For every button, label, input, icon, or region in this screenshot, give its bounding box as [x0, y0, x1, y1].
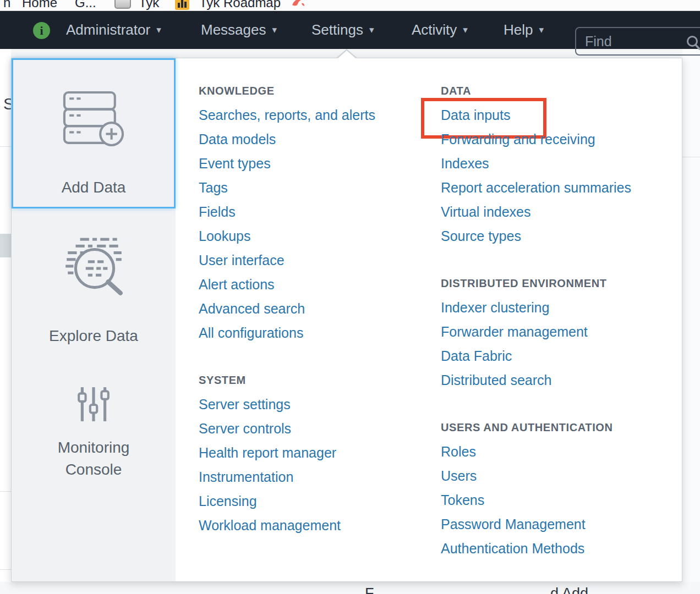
find-input[interactable]: [576, 28, 700, 54]
menu-link-data-inputs[interactable]: Data inputs: [441, 103, 510, 127]
bookmark-item-tyk[interactable]: Tyk: [139, 0, 159, 10]
occluded-page-right: [682, 11, 700, 594]
menu-link-tags[interactable]: Tags: [199, 175, 228, 200]
menu-section-system: SYSTEMServer settingsServer controlsHeal…: [199, 372, 435, 537]
bookmark-item[interactable]: G...: [75, 0, 96, 10]
nav-menu-settings[interactable]: Settings ▾: [311, 11, 374, 49]
bookmark-item-tyk-roadmap[interactable]: Tyk Roadmap: [199, 0, 281, 10]
menu-link-password-management[interactable]: Password Management: [441, 512, 586, 536]
occluded-page-left: S: [0, 11, 11, 594]
dropdown-notch: [338, 51, 356, 58]
menu-section-distributed-environment: DISTRIBUTED ENVIRONMENTIndexer clusterin…: [441, 276, 677, 392]
tile-label: Add Data: [62, 177, 126, 199]
menu-link-instrumentation[interactable]: Instrumentation: [199, 465, 293, 489]
menu-link-data-fabric[interactable]: Data Fabric: [441, 344, 512, 368]
section-title-distributed-environment: DISTRIBUTED ENVIRONMENT: [441, 276, 677, 291]
occluded-list-row: [0, 234, 11, 257]
nav-label: Settings: [311, 21, 363, 38]
menu-link-report-acceleration-summaries[interactable]: Report acceleration summaries: [441, 175, 631, 200]
menu-link-event-types[interactable]: Event types: [199, 151, 271, 175]
explore-data-icon: [60, 234, 127, 303]
menu-tiles-column: Add Data: [12, 58, 176, 581]
menu-link-users[interactable]: Users: [441, 464, 477, 488]
menu-link-roles[interactable]: Roles: [441, 439, 476, 464]
bookmark-item[interactable]: n: [3, 0, 10, 10]
tyk-favicon-icon: [114, 0, 131, 9]
section-title-system: SYSTEM: [199, 372, 435, 388]
divider: [0, 491, 11, 492]
menu-section-knowledge: KNOWLEDGESearches, reports, and alertsDa…: [199, 83, 435, 345]
tile-label: Monitoring Console: [47, 437, 140, 481]
section-title-data: DATA: [441, 83, 677, 98]
reports-dashboard-favicon-icon: [291, 0, 306, 10]
chevron-down-icon: ▾: [539, 24, 544, 36]
section-title-users-and-authentication: USERS AND AUTHENTICATION: [441, 420, 677, 435]
nav-label: Activity: [412, 21, 457, 38]
menu-link-tokens[interactable]: Tokens: [441, 488, 484, 512]
chevron-down-icon: ▾: [156, 24, 161, 36]
menu-link-virtual-indexes[interactable]: Virtual indexes: [441, 200, 531, 224]
info-icon[interactable]: i: [33, 22, 50, 39]
settings-dropdown-panel: Add Data: [11, 58, 682, 582]
tyk-roadmap-favicon-icon: [175, 0, 189, 10]
menu-link-workload-management[interactable]: Workload management: [199, 513, 341, 537]
menu-link-forwarder-management[interactable]: Forwarder management: [441, 320, 588, 344]
screen: { "bookmarks_bar": { "items": [ { "label…: [0, 0, 700, 594]
menu-link-source-types[interactable]: Source types: [441, 224, 521, 248]
menu-link-advanced-search[interactable]: Advanced search: [199, 296, 305, 321]
nav-menu-activity[interactable]: Activity ▾: [412, 11, 468, 49]
info-glyph: i: [40, 24, 43, 38]
nav-menu-messages[interactable]: Messages ▾: [201, 11, 277, 49]
menu-link-all-configurations[interactable]: All configurations: [199, 321, 303, 345]
occluded-text: F: [365, 585, 374, 594]
menu-column-2: DATAData inputsForwarding and receivingI…: [441, 83, 677, 560]
occluded-text: d Add: [550, 585, 588, 594]
section-title-knowledge: KNOWLEDGE: [199, 83, 435, 98]
menu-link-licensing[interactable]: Licensing: [199, 489, 257, 513]
app-top-navbar: i Administrator ▾ Messages ▾ Settings ▾ …: [0, 11, 700, 49]
tile-add-data[interactable]: Add Data: [12, 58, 176, 208]
tile-label: Explore Data: [49, 325, 138, 347]
menu-link-authentication-methods[interactable]: Authentication Methods: [441, 536, 584, 560]
nav-label: Administrator: [66, 21, 150, 38]
menu-link-server-controls[interactable]: Server controls: [199, 416, 291, 441]
nav-menu-help[interactable]: Help ▾: [504, 11, 544, 49]
tile-monitoring-console[interactable]: Monitoring Console: [12, 359, 176, 509]
search-icon: [685, 35, 700, 53]
menu-link-lookups[interactable]: Lookups: [199, 224, 251, 248]
menu-link-user-interface[interactable]: User interface: [199, 248, 285, 272]
browser-bookmarks-bar: n Home G... Tyk Tyk Roadmap: [0, 0, 700, 11]
chevron-down-icon: ▾: [272, 24, 277, 36]
menu-column-1: KNOWLEDGESearches, reports, and alertsDa…: [199, 83, 435, 537]
tile-explore-data[interactable]: Explore Data: [12, 208, 176, 359]
menu-link-data-models[interactable]: Data models: [199, 127, 276, 151]
nav-menu-administrator[interactable]: Administrator ▾: [66, 11, 161, 49]
menu-link-fields[interactable]: Fields: [199, 200, 236, 224]
nav-label: Messages: [201, 21, 266, 38]
menu-section-users-and-authentication: USERS AND AUTHENTICATIONRolesUsersTokens…: [441, 420, 677, 560]
menu-link-forwarding-and-receiving[interactable]: Forwarding and receiving: [441, 127, 595, 151]
divider: [682, 157, 700, 157]
occluded-page-bottom: F d Add: [0, 582, 700, 594]
divider: [0, 146, 11, 147]
menu-link-distributed-search[interactable]: Distributed search: [441, 368, 551, 392]
menu-link-server-settings[interactable]: Server settings: [199, 392, 291, 416]
menu-link-alert-actions[interactable]: Alert actions: [199, 272, 275, 296]
menu-link-health-report-manager[interactable]: Health report manager: [199, 441, 336, 465]
chevron-down-icon: ▾: [463, 24, 468, 36]
add-data-icon: [62, 91, 125, 149]
bookmark-item-home[interactable]: Home: [22, 0, 57, 10]
divider: [0, 569, 11, 570]
monitoring-console-icon: [78, 386, 110, 425]
menu-link-indexes[interactable]: Indexes: [441, 151, 489, 175]
menu-link-searches-reports-and-alerts[interactable]: Searches, reports, and alerts: [199, 103, 375, 127]
find-search-box: [575, 27, 700, 56]
chevron-down-icon: ▾: [369, 24, 374, 36]
menu-section-data: DATAData inputsForwarding and receivingI…: [441, 83, 677, 248]
nav-label: Help: [504, 21, 533, 38]
menu-link-indexer-clustering[interactable]: Indexer clustering: [441, 295, 549, 320]
